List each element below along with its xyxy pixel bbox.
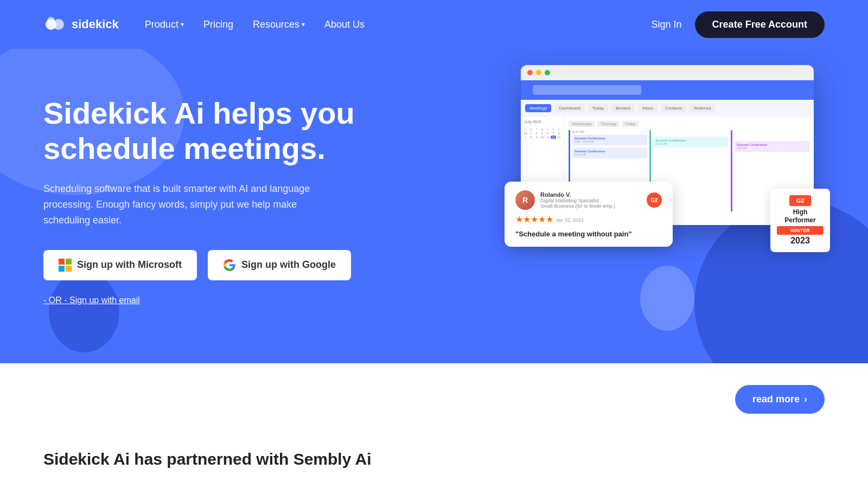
badge-g2-label: G2 — [777, 195, 824, 207]
chevron-down-icon: ▾ — [302, 21, 305, 28]
g2-badge: G2 — [647, 192, 662, 208]
review-card: R Rolando V. Digital Marketing Specialis… — [505, 182, 673, 247]
hero-title: Sidekick Ai helps you schedule meetings. — [43, 96, 396, 166]
arrow-right-icon: › — [804, 394, 807, 405]
performer-badge: G2 High Performer WINTER 2023 — [770, 189, 830, 252]
reviewer-avatar: R — [515, 190, 535, 210]
lower-section: read more › Sidekick Ai has partnerned w… — [0, 363, 868, 488]
logo[interactable]: sidekick — [43, 13, 119, 36]
app-toolbar — [521, 80, 814, 100]
read-more-button[interactable]: read more › — [735, 385, 825, 414]
nav-right: Sign In Create Free Account — [652, 11, 825, 38]
app-titlebar — [521, 65, 814, 80]
signup-microsoft-button[interactable]: Sign up with Microsoft — [43, 250, 197, 280]
brand-name: sidekick — [72, 17, 119, 31]
hero-visual: Meetings Dashboard Today Booked Inbox Co… — [521, 65, 835, 225]
svg-point-2 — [47, 17, 55, 24]
review-stars: ★★★★★ — [515, 214, 553, 224]
microsoft-icon — [59, 259, 72, 272]
badge-inner: G2 High Performer WINTER 2023 — [770, 189, 830, 252]
reviewer-name: Rolando V. — [540, 191, 641, 198]
nav-pricing[interactable]: Pricing — [203, 19, 233, 30]
review-date: Jan 02, 2021 — [556, 217, 584, 223]
navbar: sidekick Product ▾ Pricing Resources ▾ A… — [0, 0, 868, 49]
titlebar-dot-red — [527, 70, 533, 75]
signup-google-button[interactable]: Sign up with Google — [208, 250, 351, 280]
badge-year: 2023 — [777, 236, 824, 246]
svg-text:G2: G2 — [796, 197, 805, 204]
nav-about[interactable]: About Us — [324, 19, 365, 30]
hero-section: Sidekick Ai helps you schedule meetings.… — [0, 49, 868, 363]
hero-subtitle: Scheduling software that is built smarte… — [43, 181, 326, 228]
reviewer-info: Rolando V. Digital Marketing Specialist … — [540, 191, 641, 209]
google-icon — [223, 259, 236, 272]
hero-content: Sidekick Ai helps you schedule meetings.… — [43, 96, 396, 305]
nav-links: Product ▾ Pricing Resources ▾ About Us — [145, 19, 365, 30]
review-header: R Rolando V. Digital Marketing Specialis… — [515, 190, 662, 210]
titlebar-dot-yellow — [536, 70, 541, 75]
hero-blob-right-mid — [640, 266, 694, 331]
create-account-button[interactable]: Create Free Account — [695, 11, 825, 38]
partner-title: Sidekick Ai has partnerned with Sembly A… — [43, 450, 825, 468]
nav-resources[interactable]: Resources ▾ — [253, 19, 305, 30]
badge-season: WINTER — [777, 226, 824, 235]
badge-title: High Performer — [777, 208, 824, 224]
review-stars-row: ★★★★★ Jan 02, 2021 — [515, 214, 662, 226]
hero-buttons: Sign up with Microsoft Sign up with Goog… — [43, 250, 396, 280]
nav-left: sidekick Product ▾ Pricing Resources ▾ A… — [43, 13, 365, 36]
reviewer-title: Digital Marketing Specialist — [540, 198, 641, 203]
nav-product[interactable]: Product ▾ — [145, 19, 184, 30]
signup-email-link[interactable]: - OR - Sign up with email — [43, 296, 140, 305]
reviewer-company: Small-Business (50 or fewer emp.) — [540, 203, 641, 209]
review-quote: "Schedule a meeting without pain" — [515, 230, 662, 238]
chevron-down-icon: ▾ — [181, 21, 184, 28]
titlebar-dot-green — [545, 70, 550, 75]
sign-in-button[interactable]: Sign In — [652, 19, 682, 30]
